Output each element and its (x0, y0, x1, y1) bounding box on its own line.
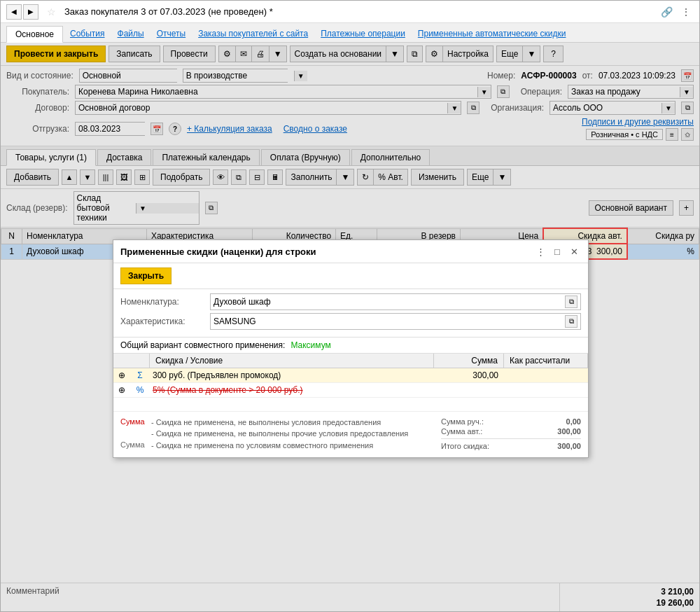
modal-row-2[interactable]: ⊕ % 5% (Сумма в документе > 20 000 руб.) (113, 383, 588, 398)
modal-row2-icon: % (130, 383, 150, 397)
modal-row2-condition: 5% (Сумма в документе > 20 000 руб.) (150, 383, 434, 397)
modal-nom-ext[interactable]: ⧉ (565, 295, 578, 308)
modal-row1-how (504, 373, 588, 377)
sum-manual-label: Сумма руч.: (441, 417, 484, 426)
modal-nom-field: Духовой шкаф ⧉ (210, 293, 581, 310)
modal-row1-condition: 300 руб. (Предъявлен промокод) (150, 368, 434, 382)
modal-joint-value[interactable]: Максимум (290, 340, 330, 350)
discount-modal: Примененные скидки (наценки) для строки … (113, 239, 589, 458)
tab-orders-site[interactable]: Заказы покупателей с сайта (192, 26, 314, 42)
modal-char-ext[interactable]: ⧉ (565, 315, 578, 328)
mth-how: Как рассчитали (504, 354, 588, 368)
mth-condition: Скидка / Условие (150, 354, 434, 368)
more-icon-btn[interactable]: ⋮ (678, 4, 694, 20)
modal-overlay: Примененные скидки (наценки) для строки … (1, 43, 699, 611)
modal-legend-left: Сумма - Скидка не применена, не выполнен… (120, 417, 430, 452)
legend-text-2: - Скидка не применена, не выполнены проч… (151, 429, 408, 438)
modal-title: Примененные скидки (наценки) для строки (120, 246, 316, 257)
modal-legend-right: Сумма руч.: 0,00 Сумма авт.: 300,00 Итог… (441, 417, 581, 452)
modal-row2-expand[interactable]: ⊕ (113, 383, 130, 397)
modal-row1-sum: 300,00 (434, 368, 504, 382)
window-title: Заказ покупателя 3 от 07.03.2023 (не про… (64, 6, 653, 17)
legend-text-3: - Скидка не применена по условиям совмес… (151, 440, 373, 450)
modal-empty-space (113, 398, 588, 412)
modal-maximize-btn[interactable]: □ (550, 244, 564, 258)
tab-sobytiya[interactable]: События (64, 26, 111, 42)
legend-color-3: Сумма (120, 440, 148, 449)
modal-char-label: Характеристика: (120, 317, 204, 326)
sum-auto-value: 300,00 (539, 427, 581, 436)
mth-sum: Сумма (434, 354, 504, 368)
legend-color-1: Сумма (120, 417, 148, 426)
modal-char-field: SAMSUNG ⧉ (210, 313, 581, 330)
modal-menu-btn[interactable]: ⋮ (533, 244, 547, 258)
tab-otchety[interactable]: Отчеты (151, 26, 191, 42)
link-icon-btn[interactable]: 🔗 (659, 4, 674, 20)
tab-payments[interactable]: Платежные операции (315, 26, 411, 42)
modal-nom-label: Номенклатура: (120, 297, 204, 307)
modal-legend: Сумма - Скидка не применена, не выполнен… (113, 412, 588, 457)
tab-auto-discounts[interactable]: Примененные автоматические скидки (412, 26, 572, 42)
bookmark-star[interactable]: ☆ (47, 6, 56, 18)
legend-text-1: - Скидка не применена, не выполнены усло… (151, 417, 381, 427)
modal-row1-icon: Σ (130, 368, 150, 382)
modal-row1-expand[interactable]: ⊕ (113, 368, 130, 382)
modal-nom-value: Духовой шкаф (214, 297, 271, 307)
modal-joint-label: Общий вариант совместного применения: (120, 340, 285, 350)
modal-row2-how (504, 388, 588, 392)
tab-faily[interactable]: Файлы (112, 26, 150, 42)
sum-manual-value: 0,00 (539, 417, 581, 426)
modal-char-value: SAMSUNG (214, 317, 256, 326)
total-label: Итого скидка: (441, 442, 489, 450)
tab-osnovnoe[interactable]: Основное (6, 26, 63, 43)
modal-close-btn[interactable]: ✕ (567, 244, 581, 258)
modal-row2-sum (434, 388, 504, 392)
back-button[interactable]: ◀ (6, 4, 22, 20)
sum-auto-label: Сумма авт.: (441, 427, 482, 436)
mth-spacer (113, 354, 150, 368)
forward-button[interactable]: ▶ (23, 4, 38, 20)
modal-table-header: Скидка / Условие Сумма Как рассчитали (113, 354, 588, 368)
total-value: 300,00 (539, 442, 581, 450)
modal-row-1[interactable]: ⊕ Σ 300 руб. (Предъявлен промокод) 300,0… (113, 368, 588, 383)
modal-close-action-btn[interactable]: Закрыть (120, 267, 172, 284)
